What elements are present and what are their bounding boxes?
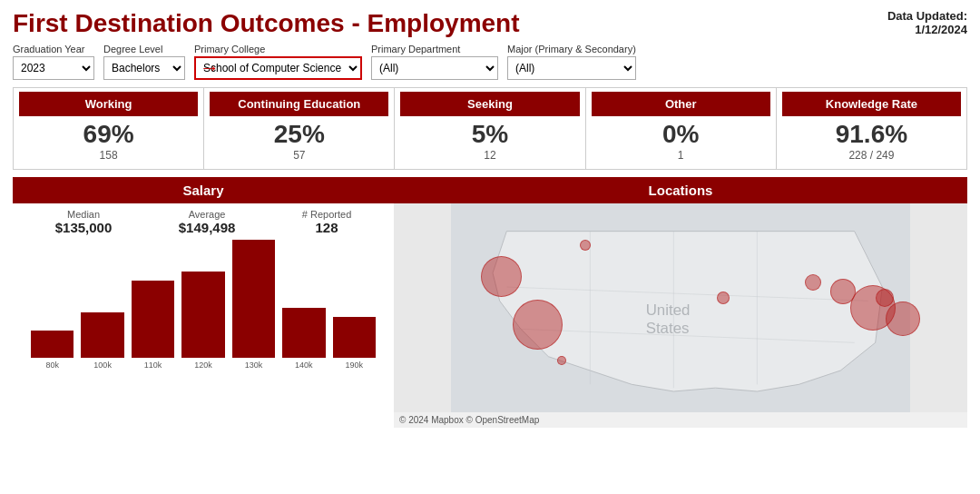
- stat-header: Seeking: [400, 92, 579, 116]
- stat-value: 91.6%: [782, 116, 961, 149]
- salary-reported: # Reported 128: [302, 209, 351, 235]
- filters-row: Graduation Year 202320222021 Degree Leve…: [13, 44, 967, 80]
- salary-header: Salary: [13, 177, 394, 203]
- reported-value: 128: [302, 220, 351, 235]
- page-container: First Destination Outcomes - Employment …: [0, 0, 980, 494]
- location-dot: [805, 274, 821, 291]
- location-dot: [886, 301, 920, 336]
- locations-panel: Locations United States ©: [394, 177, 967, 428]
- location-dot: [580, 240, 591, 251]
- average-value: $149,498: [179, 220, 236, 235]
- bars-container: 80k 100k 110k 120k 130k 140k 190k: [22, 242, 385, 370]
- bar: [282, 308, 325, 358]
- degree-arrow-wrapper: BachelorsMastersDoctoral →: [103, 56, 185, 80]
- bar-column: 100k: [81, 312, 123, 370]
- stat-cell: Continuing Education 25% 57: [204, 88, 395, 169]
- bar-label: 130k: [245, 361, 263, 370]
- bottom-row: Salary Median $135,000 Average $149,498 …: [13, 177, 967, 428]
- location-dot: [481, 256, 522, 297]
- bar-label: 80k: [45, 361, 59, 370]
- bar: [31, 331, 74, 358]
- stat-sub: 12: [400, 149, 579, 165]
- stat-header: Other: [592, 92, 770, 116]
- salary-stats: Median $135,000 Average $149,498 # Repor…: [13, 203, 394, 239]
- primary-department-filter: Primary Department (All): [371, 44, 498, 80]
- major-label: Major (Primary & Secondary): [507, 44, 636, 54]
- map-credit: © 2024 Mapbox © OpenStreetMap: [394, 412, 967, 428]
- bar: [81, 312, 123, 358]
- bar: [181, 272, 224, 358]
- stat-cell: Knowledge Rate 91.6% 228 / 249: [777, 88, 966, 169]
- bar-label: 110k: [144, 361, 162, 370]
- degree-level-label: Degree Level: [103, 44, 185, 54]
- stat-header: Working: [19, 92, 198, 116]
- red-arrow-icon: →: [200, 56, 220, 80]
- stat-sub: 158: [19, 149, 198, 165]
- primary-department-select[interactable]: (All): [371, 56, 498, 80]
- stats-row: Working 69% 158 Continuing Education 25%…: [13, 87, 967, 170]
- bar-column: 80k: [31, 331, 74, 370]
- bar-label: 190k: [345, 361, 363, 370]
- salary-average: Average $149,498: [179, 209, 236, 235]
- degree-level-select[interactable]: BachelorsMastersDoctoral: [103, 56, 185, 80]
- location-dot: [717, 291, 730, 304]
- bar-column: 190k: [333, 317, 376, 370]
- bar-column: 120k: [181, 272, 224, 370]
- data-updated: Data Updated: 1/12/2024: [887, 9, 967, 36]
- salary-median: Median $135,000: [55, 209, 113, 235]
- bar-column: 140k: [282, 308, 325, 370]
- bar-label: 120k: [194, 361, 212, 370]
- stat-value: 0%: [592, 116, 770, 149]
- bar-column: 130k: [232, 240, 275, 370]
- primary-college-label: Primary College: [194, 44, 362, 54]
- bar-column: 110k: [132, 281, 174, 370]
- header-row: First Destination Outcomes - Employment …: [13, 9, 967, 38]
- location-dot: [557, 356, 566, 365]
- stat-cell: Working 69% 158: [14, 88, 204, 169]
- degree-level-filter: Degree Level BachelorsMastersDoctoral →: [103, 44, 185, 80]
- bar-chart: 80k 100k 110k 120k 130k 140k 190k: [13, 239, 394, 398]
- stat-sub: 228 / 249: [782, 149, 961, 165]
- major-select[interactable]: (All): [507, 56, 636, 80]
- stat-header: Knowledge Rate: [782, 92, 961, 116]
- graduation-year-select[interactable]: 202320222021: [13, 56, 94, 80]
- major-filter: Major (Primary & Secondary) (All): [507, 44, 636, 80]
- stat-header: Continuing Education: [210, 92, 388, 116]
- bar: [232, 240, 275, 358]
- bar: [333, 317, 376, 358]
- reported-label: # Reported: [302, 209, 351, 220]
- stat-value: 25%: [210, 116, 388, 149]
- bar-label: 140k: [295, 361, 313, 370]
- location-dot: [513, 300, 563, 350]
- stat-sub: 57: [210, 149, 388, 165]
- stat-sub: 1: [592, 149, 770, 165]
- bar: [132, 281, 174, 358]
- stat-cell: Seeking 5% 12: [395, 88, 585, 169]
- primary-department-label: Primary Department: [371, 44, 498, 54]
- map-area: United States: [394, 203, 967, 412]
- stat-value: 69%: [19, 116, 198, 149]
- graduation-year-label: Graduation Year: [13, 44, 94, 54]
- stat-cell: Other 0% 1: [586, 88, 777, 169]
- salary-panel: Salary Median $135,000 Average $149,498 …: [13, 177, 394, 428]
- location-dot: [876, 289, 894, 307]
- graduation-year-filter: Graduation Year 202320222021: [13, 44, 94, 80]
- median-label: Median: [55, 209, 113, 220]
- median-value: $135,000: [55, 220, 113, 235]
- average-label: Average: [179, 209, 236, 220]
- stat-value: 5%: [400, 116, 579, 149]
- page-title: First Destination Outcomes - Employment: [13, 9, 520, 38]
- locations-header: Locations: [394, 177, 967, 203]
- bar-label: 100k: [93, 361, 112, 370]
